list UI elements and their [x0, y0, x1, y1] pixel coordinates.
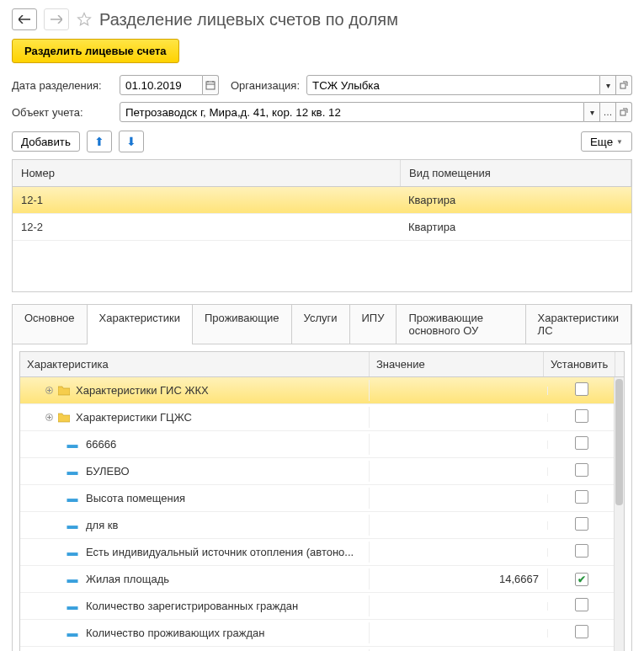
char-label: Количество зарегистрированных граждан: [86, 600, 298, 612]
char-cell: Характеристики ГЦЖС: [20, 407, 370, 428]
move-down-button[interactable]: ⬇: [119, 131, 144, 152]
svg-rect-0: [206, 82, 215, 89]
item-icon: ▬: [66, 627, 79, 639]
char-label: Характеристики ГИС ЖКХ: [76, 384, 209, 397]
col-number-header[interactable]: Номер: [13, 160, 401, 186]
item-icon: ▬: [66, 573, 79, 585]
org-label: Организация:: [231, 79, 300, 92]
accounts-grid: Номер Вид помещения 12-1Квартира12-2Квар…: [12, 159, 632, 292]
set-cell: [548, 486, 615, 510]
checkbox[interactable]: [575, 517, 588, 531]
grid-row[interactable]: 12-1Квартира: [13, 187, 631, 214]
svg-rect-4: [620, 83, 625, 88]
open-icon[interactable]: [616, 102, 632, 122]
page-title: Разделение лицевых счетов по долям: [99, 10, 398, 29]
split-accounts-button[interactable]: Разделить лицевые счета: [12, 39, 179, 63]
char-row[interactable]: ▬Есть индивидуальный источник отопления …: [20, 539, 624, 566]
value-cell: [370, 521, 548, 530]
set-cell: [548, 648, 615, 651]
col-value-header[interactable]: Значение: [370, 352, 544, 376]
checkbox[interactable]: [575, 625, 588, 638]
char-row[interactable]: ▬Машиноместо: [20, 647, 624, 651]
char-row[interactable]: Характеристики ГЦЖС: [20, 404, 624, 431]
date-label: Дата разделения:: [12, 79, 120, 92]
char-row[interactable]: ▬Количество зарегистрированных граждан: [20, 593, 624, 620]
char-row[interactable]: ▬Высота помещения: [20, 485, 624, 512]
object-label: Объект учета:: [12, 106, 120, 119]
ellipsis-button[interactable]: …: [600, 102, 616, 122]
char-cell: ▬Жилая площадь: [20, 568, 370, 590]
cell-number: 12-1: [13, 187, 400, 213]
set-cell: [548, 405, 615, 430]
checkbox[interactable]: [575, 598, 588, 611]
char-row[interactable]: ▬Жилая площадь14,6667✔: [20, 566, 624, 593]
tab-1[interactable]: Характеристики: [88, 305, 193, 344]
char-row[interactable]: ▬66666: [20, 431, 624, 458]
move-up-button[interactable]: ⬆: [87, 131, 112, 152]
col-set-header[interactable]: Установить: [544, 352, 615, 376]
org-input[interactable]: [306, 75, 600, 95]
item-icon: ▬: [66, 546, 79, 558]
add-button[interactable]: Добавить: [12, 131, 80, 152]
favorite-star-icon[interactable]: [76, 11, 93, 28]
checkbox[interactable]: [575, 490, 588, 504]
set-cell: [548, 459, 615, 483]
char-cell: Характеристики ГИС ЖКХ: [20, 380, 370, 401]
tab-0[interactable]: Основное: [13, 305, 88, 344]
value-cell: [370, 387, 548, 395]
characteristics-grid: Характеристика Значение Установить Харак…: [19, 351, 625, 651]
checkbox[interactable]: [575, 436, 588, 450]
set-cell: [548, 540, 615, 564]
checkbox[interactable]: [575, 463, 588, 477]
open-icon[interactable]: [616, 75, 632, 95]
col-type-header[interactable]: Вид помещения: [401, 160, 631, 186]
tab-6[interactable]: Характеристики ЛС: [526, 305, 631, 344]
tab-4[interactable]: ИПУ: [350, 305, 397, 344]
value-cell: [370, 494, 548, 503]
value-cell: [370, 629, 548, 638]
col-char-header[interactable]: Характеристика: [20, 352, 370, 376]
more-button[interactable]: Еще▼: [581, 131, 632, 152]
object-input[interactable]: [120, 102, 584, 122]
nav-forward-button[interactable]: [44, 8, 69, 30]
char-label: для кв: [86, 519, 118, 531]
scroll-thumb[interactable]: [615, 379, 623, 505]
set-cell: ✔: [548, 568, 615, 590]
checkbox[interactable]: ✔: [575, 573, 588, 586]
set-cell: [548, 432, 615, 456]
checkbox[interactable]: [575, 382, 588, 396]
value-cell: [370, 548, 548, 557]
char-row[interactable]: ▬БУЛЕВО: [20, 458, 624, 485]
value-cell: 14,6667: [370, 568, 548, 590]
set-cell: [548, 513, 615, 537]
set-cell: [548, 594, 615, 618]
nav-back-button[interactable]: [12, 8, 37, 30]
arrow-up-icon: ⬆: [94, 135, 104, 148]
char-label: Высота помещения: [86, 492, 185, 504]
checkbox[interactable]: [575, 409, 588, 423]
item-icon: ▬: [66, 600, 79, 612]
dropdown-icon[interactable]: ▾: [600, 75, 616, 95]
grid-row[interactable]: 12-2Квартира: [13, 214, 631, 241]
date-input[interactable]: [120, 75, 203, 95]
char-label: 66666: [86, 438, 116, 451]
char-cell: ▬66666: [20, 434, 370, 455]
char-label: Есть индивидуальный источник отопления (…: [86, 546, 354, 558]
scrollbar[interactable]: [614, 377, 624, 651]
item-icon: ▬: [66, 492, 79, 504]
cell-room-type: Квартира: [400, 187, 631, 213]
set-cell: [548, 378, 615, 403]
tab-2[interactable]: Проживающие: [193, 305, 292, 344]
checkbox[interactable]: [575, 544, 588, 558]
item-icon: ▬: [66, 438, 79, 451]
tab-3[interactable]: Услуги: [292, 305, 350, 344]
char-row[interactable]: ▬Количество проживающих граждан: [20, 620, 624, 647]
tab-5[interactable]: Проживающие основного ОУ: [397, 305, 525, 344]
char-cell: ▬для кв: [20, 515, 370, 536]
dropdown-icon[interactable]: ▾: [584, 102, 600, 122]
expand-icon[interactable]: [44, 413, 54, 423]
expand-icon[interactable]: [44, 386, 54, 396]
calendar-icon[interactable]: [203, 75, 219, 95]
char-row[interactable]: ▬для кв: [20, 512, 624, 539]
char-row[interactable]: Характеристики ГИС ЖКХ: [20, 377, 624, 404]
